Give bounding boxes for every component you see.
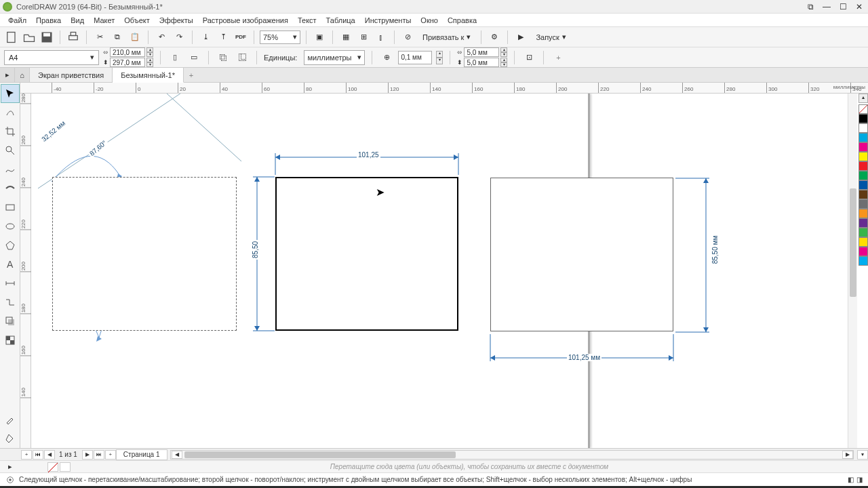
color-swatch[interactable]	[859, 228, 868, 237]
dup-y-spinner[interactable]: ▴▾	[500, 58, 507, 67]
doc-palette-slot[interactable]	[47, 462, 58, 472]
artistic-media-tool[interactable]	[1, 179, 20, 198]
horizontal-ruler[interactable]: миллиметры -40-2002040608010012014016018…	[20, 83, 868, 94]
color-swatch[interactable]	[859, 161, 868, 171]
zoom-tool[interactable]	[1, 141, 20, 160]
color-swatch[interactable]	[859, 256, 868, 266]
color-swatch[interactable]	[859, 247, 868, 256]
vertical-scrollbar[interactable]	[848, 94, 857, 448]
nudge-input[interactable]: 0,1 мм	[398, 51, 432, 64]
help-overlay-icon[interactable]: ⧉	[804, 2, 816, 12]
doc-palette-slot[interactable]	[60, 462, 71, 472]
page-tab-1[interactable]: Страница 1	[116, 449, 167, 460]
color-swatch[interactable]	[859, 199, 868, 209]
drop-shadow-tool[interactable]	[1, 312, 20, 331]
color-swatch[interactable]	[859, 114, 868, 123]
color-swatch[interactable]	[859, 237, 868, 247]
gear-icon[interactable]	[5, 475, 15, 485]
menu-tools[interactable]: Инструменты	[361, 15, 416, 26]
text-tool[interactable]: A	[1, 255, 20, 274]
eyedropper-tool[interactable]	[1, 410, 20, 429]
print-button[interactable]	[66, 30, 81, 45]
color-swatch[interactable]	[859, 171, 868, 180]
minimize-button[interactable]: —	[821, 2, 833, 12]
fullscreen-button[interactable]: ▣	[312, 30, 327, 45]
copy-button[interactable]: ⧉	[110, 30, 125, 45]
menu-file[interactable]: Файл	[4, 15, 31, 26]
pick-tool[interactable]	[1, 84, 20, 103]
dup-x-spinner[interactable]: ▴▾	[500, 47, 507, 57]
dup-x-input[interactable]: 5,0 мм	[464, 47, 499, 57]
crop-tool[interactable]	[1, 122, 20, 141]
tab-document[interactable]: Безымянный-1*	[113, 68, 184, 83]
color-swatch[interactable]	[859, 209, 868, 218]
dashed-rectangle[interactable]	[52, 177, 237, 331]
rulers-button[interactable]: ▦	[338, 30, 353, 45]
new-button[interactable]	[4, 30, 19, 45]
treat-as-filled-button[interactable]: ⊡	[521, 50, 536, 65]
palette-scroll-up[interactable]: ▴	[859, 94, 868, 103]
export-button[interactable]: ⤒	[216, 30, 231, 45]
outline-indicator-icon[interactable]: ◨	[856, 476, 863, 483]
add-tab-button[interactable]: +	[184, 68, 199, 82]
menu-window[interactable]: Окно	[416, 15, 442, 26]
color-swatch[interactable]	[859, 180, 868, 190]
fill-indicator-icon[interactable]: ◧	[848, 476, 854, 483]
color-swatch[interactable]	[859, 123, 868, 133]
drawing-canvas[interactable]: 32,52 мм 87,60° 80,81° 101,25 85,50	[31, 94, 868, 448]
color-swatch[interactable]	[859, 152, 868, 161]
freehand-tool[interactable]	[1, 160, 20, 179]
import-button[interactable]: ⤓	[198, 30, 213, 45]
portrait-button[interactable]: ▯	[167, 50, 182, 65]
open-button[interactable]	[22, 30, 37, 45]
color-swatch[interactable]	[859, 218, 868, 228]
color-swatch[interactable]	[859, 190, 868, 199]
units-select[interactable]: миллиметры▾	[304, 50, 365, 65]
tab-welcome[interactable]: Экран приветствия	[30, 68, 113, 82]
page-height-spinner[interactable]: ▴▾	[146, 58, 153, 67]
prev-page-button[interactable]: ◀	[44, 450, 55, 460]
guidelines-button[interactable]: ⫿	[374, 30, 389, 45]
menu-object[interactable]: Объект	[120, 15, 153, 26]
zoom-level[interactable]: 75%▾	[260, 30, 300, 44]
current-page-button[interactable]: ⿺	[235, 50, 250, 65]
rectangle-tool[interactable]	[1, 198, 20, 217]
redo-button[interactable]: ↷	[172, 30, 186, 45]
page-size-preset[interactable]: A4▾	[4, 50, 99, 65]
add-page-button[interactable]: +	[21, 450, 32, 460]
maximize-button[interactable]: ☐	[837, 2, 849, 12]
polygon-tool[interactable]	[1, 236, 20, 255]
menu-edit[interactable]: Правка	[32, 15, 65, 26]
add-page-after-button[interactable]: +	[105, 450, 116, 460]
thin-rectangle[interactable]	[490, 178, 673, 331]
vertical-scroll-thumb[interactable]	[850, 188, 856, 297]
page-width-spinner[interactable]: ▴▾	[146, 47, 153, 57]
launch-dropdown[interactable]: Запуск▾	[531, 30, 570, 45]
paste-button[interactable]: 📋	[127, 30, 142, 45]
next-page-button[interactable]: ▶	[82, 450, 93, 460]
first-page-button[interactable]: ⏮	[33, 450, 43, 460]
dup-y-input[interactable]: 5,0 мм	[464, 58, 499, 67]
color-swatch[interactable]	[859, 133, 868, 142]
menu-bitmaps[interactable]: Растровые изображения	[199, 15, 292, 26]
app-launch-icon[interactable]: ▶	[513, 30, 528, 45]
add-preset-button[interactable]: +	[551, 50, 566, 65]
nudge-spinner[interactable]: ▴▾	[436, 51, 443, 64]
shape-tool[interactable]	[1, 103, 20, 122]
page-height-input[interactable]: 297,0 мм	[110, 58, 145, 67]
horizontal-scrollbar[interactable]: ◀ ▶	[170, 450, 854, 460]
snap-off-button[interactable]: ⊘	[400, 30, 415, 45]
grid-button[interactable]: ⊞	[356, 30, 371, 45]
menu-layout[interactable]: Макет	[90, 15, 119, 26]
palette-scroll-down[interactable]: ▾	[857, 450, 868, 460]
vertical-ruler[interactable]: 140160180200220240260280	[20, 94, 31, 448]
color-swatch[interactable]	[859, 142, 868, 152]
pick-tool-corner[interactable]: ▸	[0, 68, 15, 82]
dimension-tool[interactable]	[1, 274, 20, 293]
page-width-input[interactable]: 210,0 мм	[110, 47, 145, 57]
undo-button[interactable]: ↶	[154, 30, 169, 45]
bold-rectangle[interactable]	[275, 177, 458, 331]
menu-help[interactable]: Справка	[443, 15, 481, 26]
ellipse-tool[interactable]	[1, 217, 20, 236]
menu-view[interactable]: Вид	[66, 15, 88, 26]
